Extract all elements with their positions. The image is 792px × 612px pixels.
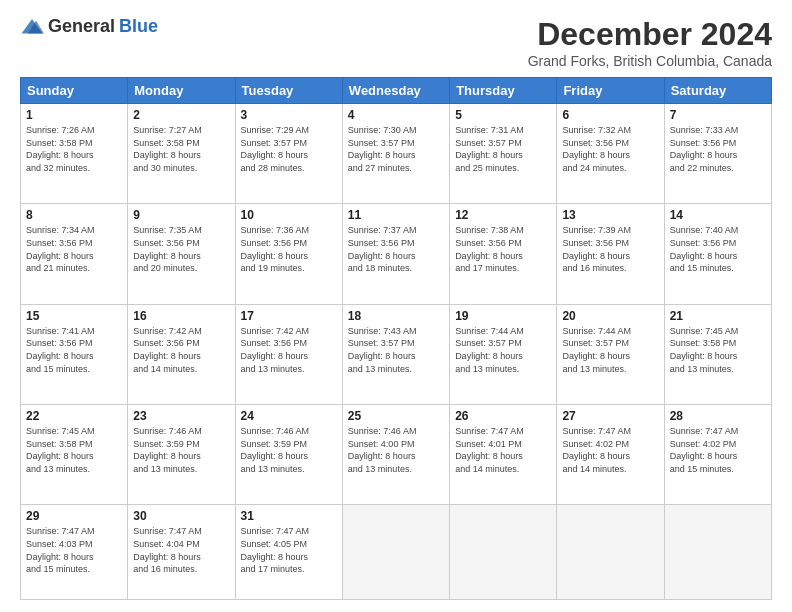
col-wednesday: Wednesday <box>342 78 449 104</box>
calendar-cell: 25Sunrise: 7:46 AMSunset: 4:00 PMDayligh… <box>342 405 449 505</box>
calendar-cell: 28Sunrise: 7:47 AMSunset: 4:02 PMDayligh… <box>664 405 771 505</box>
col-saturday: Saturday <box>664 78 771 104</box>
calendar-cell: 12Sunrise: 7:38 AMSunset: 3:56 PMDayligh… <box>450 204 557 304</box>
calendar-cell: 22Sunrise: 7:45 AMSunset: 3:58 PMDayligh… <box>21 405 128 505</box>
calendar-cell: 31Sunrise: 7:47 AMSunset: 4:05 PMDayligh… <box>235 505 342 600</box>
day-number: 2 <box>133 108 229 122</box>
calendar-cell: 9Sunrise: 7:35 AMSunset: 3:56 PMDaylight… <box>128 204 235 304</box>
calendar-cell: 21Sunrise: 7:45 AMSunset: 3:58 PMDayligh… <box>664 304 771 404</box>
day-number: 28 <box>670 409 766 423</box>
day-number: 30 <box>133 509 229 523</box>
calendar-cell: 13Sunrise: 7:39 AMSunset: 3:56 PMDayligh… <box>557 204 664 304</box>
day-info: Sunrise: 7:47 AMSunset: 4:04 PMDaylight:… <box>133 525 229 575</box>
day-number: 7 <box>670 108 766 122</box>
col-monday: Monday <box>128 78 235 104</box>
day-number: 10 <box>241 208 337 222</box>
day-number: 13 <box>562 208 658 222</box>
day-number: 23 <box>133 409 229 423</box>
col-friday: Friday <box>557 78 664 104</box>
calendar-cell: 14Sunrise: 7:40 AMSunset: 3:56 PMDayligh… <box>664 204 771 304</box>
day-info: Sunrise: 7:33 AMSunset: 3:56 PMDaylight:… <box>670 124 766 174</box>
calendar-cell: 6Sunrise: 7:32 AMSunset: 3:56 PMDaylight… <box>557 104 664 204</box>
calendar-cell: 23Sunrise: 7:46 AMSunset: 3:59 PMDayligh… <box>128 405 235 505</box>
day-info: Sunrise: 7:43 AMSunset: 3:57 PMDaylight:… <box>348 325 444 375</box>
day-info: Sunrise: 7:27 AMSunset: 3:58 PMDaylight:… <box>133 124 229 174</box>
calendar-cell: 26Sunrise: 7:47 AMSunset: 4:01 PMDayligh… <box>450 405 557 505</box>
day-number: 22 <box>26 409 122 423</box>
day-info: Sunrise: 7:41 AMSunset: 3:56 PMDaylight:… <box>26 325 122 375</box>
day-info: Sunrise: 7:36 AMSunset: 3:56 PMDaylight:… <box>241 224 337 274</box>
day-number: 27 <box>562 409 658 423</box>
day-number: 8 <box>26 208 122 222</box>
day-number: 5 <box>455 108 551 122</box>
day-number: 16 <box>133 309 229 323</box>
day-info: Sunrise: 7:38 AMSunset: 3:56 PMDaylight:… <box>455 224 551 274</box>
day-info: Sunrise: 7:32 AMSunset: 3:56 PMDaylight:… <box>562 124 658 174</box>
day-info: Sunrise: 7:47 AMSunset: 4:03 PMDaylight:… <box>26 525 122 575</box>
calendar-row: 8Sunrise: 7:34 AMSunset: 3:56 PMDaylight… <box>21 204 772 304</box>
calendar-cell: 20Sunrise: 7:44 AMSunset: 3:57 PMDayligh… <box>557 304 664 404</box>
day-number: 14 <box>670 208 766 222</box>
day-info: Sunrise: 7:26 AMSunset: 3:58 PMDaylight:… <box>26 124 122 174</box>
col-tuesday: Tuesday <box>235 78 342 104</box>
location-title: Grand Forks, British Columbia, Canada <box>528 53 772 69</box>
calendar-cell: 24Sunrise: 7:46 AMSunset: 3:59 PMDayligh… <box>235 405 342 505</box>
day-number: 29 <box>26 509 122 523</box>
logo: GeneralBlue <box>20 16 158 37</box>
calendar-row: 1Sunrise: 7:26 AMSunset: 3:58 PMDaylight… <box>21 104 772 204</box>
day-info: Sunrise: 7:47 AMSunset: 4:02 PMDaylight:… <box>670 425 766 475</box>
calendar-cell: 30Sunrise: 7:47 AMSunset: 4:04 PMDayligh… <box>128 505 235 600</box>
day-info: Sunrise: 7:46 AMSunset: 4:00 PMDaylight:… <box>348 425 444 475</box>
day-info: Sunrise: 7:34 AMSunset: 3:56 PMDaylight:… <box>26 224 122 274</box>
day-info: Sunrise: 7:30 AMSunset: 3:57 PMDaylight:… <box>348 124 444 174</box>
day-info: Sunrise: 7:47 AMSunset: 4:05 PMDaylight:… <box>241 525 337 575</box>
day-info: Sunrise: 7:44 AMSunset: 3:57 PMDaylight:… <box>455 325 551 375</box>
calendar-cell: 18Sunrise: 7:43 AMSunset: 3:57 PMDayligh… <box>342 304 449 404</box>
day-number: 17 <box>241 309 337 323</box>
calendar-row: 15Sunrise: 7:41 AMSunset: 3:56 PMDayligh… <box>21 304 772 404</box>
day-info: Sunrise: 7:47 AMSunset: 4:02 PMDaylight:… <box>562 425 658 475</box>
calendar-cell: 11Sunrise: 7:37 AMSunset: 3:56 PMDayligh… <box>342 204 449 304</box>
calendar-row: 29Sunrise: 7:47 AMSunset: 4:03 PMDayligh… <box>21 505 772 600</box>
col-thursday: Thursday <box>450 78 557 104</box>
logo-general: General <box>48 16 115 37</box>
day-info: Sunrise: 7:46 AMSunset: 3:59 PMDaylight:… <box>133 425 229 475</box>
calendar-cell: 8Sunrise: 7:34 AMSunset: 3:56 PMDaylight… <box>21 204 128 304</box>
calendar-cell <box>450 505 557 600</box>
day-number: 12 <box>455 208 551 222</box>
title-area: December 2024 Grand Forks, British Colum… <box>528 16 772 69</box>
header: GeneralBlue December 2024 Grand Forks, B… <box>20 16 772 69</box>
day-number: 20 <box>562 309 658 323</box>
day-number: 15 <box>26 309 122 323</box>
calendar-cell <box>342 505 449 600</box>
calendar-cell: 3Sunrise: 7:29 AMSunset: 3:57 PMDaylight… <box>235 104 342 204</box>
calendar-cell: 10Sunrise: 7:36 AMSunset: 3:56 PMDayligh… <box>235 204 342 304</box>
calendar-cell <box>664 505 771 600</box>
day-number: 9 <box>133 208 229 222</box>
calendar-cell: 17Sunrise: 7:42 AMSunset: 3:56 PMDayligh… <box>235 304 342 404</box>
calendar-cell: 2Sunrise: 7:27 AMSunset: 3:58 PMDaylight… <box>128 104 235 204</box>
day-number: 26 <box>455 409 551 423</box>
calendar-cell: 29Sunrise: 7:47 AMSunset: 4:03 PMDayligh… <box>21 505 128 600</box>
day-number: 21 <box>670 309 766 323</box>
calendar-cell: 16Sunrise: 7:42 AMSunset: 3:56 PMDayligh… <box>128 304 235 404</box>
calendar-cell: 15Sunrise: 7:41 AMSunset: 3:56 PMDayligh… <box>21 304 128 404</box>
day-number: 4 <box>348 108 444 122</box>
day-info: Sunrise: 7:45 AMSunset: 3:58 PMDaylight:… <box>670 325 766 375</box>
day-info: Sunrise: 7:35 AMSunset: 3:56 PMDaylight:… <box>133 224 229 274</box>
logo-blue: Blue <box>119 16 158 37</box>
day-info: Sunrise: 7:47 AMSunset: 4:01 PMDaylight:… <box>455 425 551 475</box>
day-info: Sunrise: 7:42 AMSunset: 3:56 PMDaylight:… <box>241 325 337 375</box>
day-info: Sunrise: 7:31 AMSunset: 3:57 PMDaylight:… <box>455 124 551 174</box>
day-info: Sunrise: 7:46 AMSunset: 3:59 PMDaylight:… <box>241 425 337 475</box>
day-info: Sunrise: 7:40 AMSunset: 3:56 PMDaylight:… <box>670 224 766 274</box>
day-number: 25 <box>348 409 444 423</box>
day-info: Sunrise: 7:29 AMSunset: 3:57 PMDaylight:… <box>241 124 337 174</box>
page: GeneralBlue December 2024 Grand Forks, B… <box>0 0 792 612</box>
day-number: 31 <box>241 509 337 523</box>
day-number: 6 <box>562 108 658 122</box>
calendar-cell: 4Sunrise: 7:30 AMSunset: 3:57 PMDaylight… <box>342 104 449 204</box>
calendar-cell: 27Sunrise: 7:47 AMSunset: 4:02 PMDayligh… <box>557 405 664 505</box>
day-number: 11 <box>348 208 444 222</box>
day-number: 1 <box>26 108 122 122</box>
